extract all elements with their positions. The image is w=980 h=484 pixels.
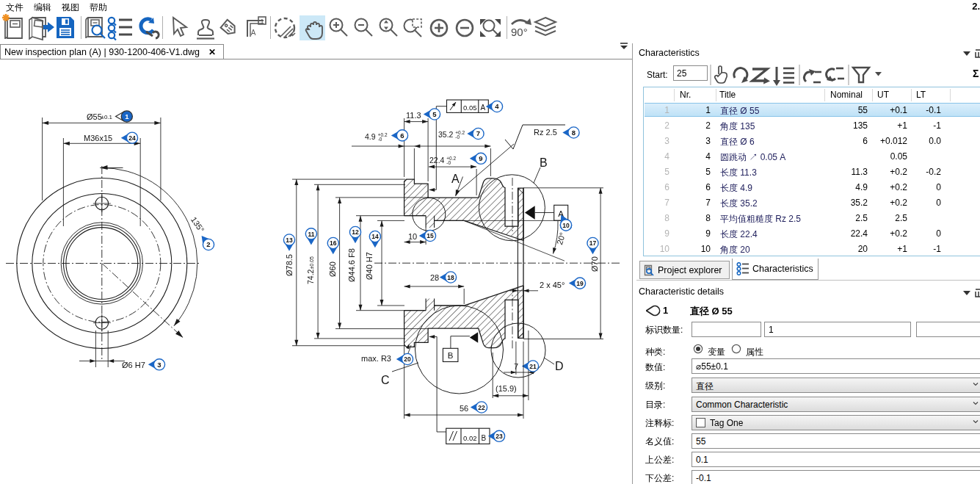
svg-text:21: 21: [529, 363, 537, 370]
svg-text:0.02: 0.02: [463, 434, 477, 442]
svg-text:74.2±0.05: 74.2±0.05: [306, 256, 315, 284]
svg-text:0.05: 0.05: [463, 104, 477, 112]
svg-text:11: 11: [308, 231, 314, 238]
svg-text:28: 28: [430, 273, 439, 282]
svg-text:19: 19: [576, 280, 584, 287]
svg-text:24: 24: [128, 134, 136, 142]
svg-text:35.2: 35.2: [438, 130, 454, 139]
svg-text:14: 14: [371, 233, 379, 240]
svg-text:16: 16: [330, 239, 337, 247]
svg-text:5: 5: [432, 110, 437, 118]
svg-text:±0.1: ±0.1: [101, 114, 113, 120]
svg-text:1: 1: [260, 18, 264, 25]
svg-text:(15.9): (15.9): [496, 384, 517, 393]
svg-text:20: 20: [404, 355, 411, 363]
svg-text:B: B: [448, 351, 454, 360]
svg-text:22: 22: [478, 404, 485, 411]
svg-text:max. R3: max. R3: [361, 354, 391, 363]
svg-text:2: 2: [206, 240, 210, 248]
svg-text:10: 10: [562, 222, 570, 229]
svg-text:-0: -0: [378, 137, 382, 142]
svg-text:56: 56: [460, 404, 468, 413]
svg-text:B: B: [540, 156, 548, 169]
svg-text:C: C: [381, 374, 390, 386]
svg-text:22.4: 22.4: [429, 156, 445, 165]
svg-text:-0: -0: [455, 134, 460, 140]
svg-text:7: 7: [476, 129, 480, 137]
svg-text:Rz 2.5: Rz 2.5: [534, 128, 557, 137]
svg-text:15: 15: [427, 232, 434, 239]
svg-text:1: 1: [125, 112, 129, 120]
svg-text:Ø55: Ø55: [87, 112, 102, 121]
svg-text:90°: 90°: [511, 26, 528, 38]
svg-text:10: 10: [408, 232, 417, 241]
svg-text:A: A: [451, 173, 460, 185]
svg-text:B: B: [482, 434, 487, 442]
svg-text:18: 18: [447, 274, 454, 281]
svg-text:12: 12: [352, 228, 359, 236]
svg-text:A: A: [481, 104, 486, 112]
svg-text:11.3: 11.3: [406, 111, 421, 120]
svg-text:23: 23: [496, 433, 503, 440]
svg-text:Ø40 H7: Ø40 H7: [365, 252, 374, 280]
svg-text:13: 13: [286, 236, 293, 244]
svg-text:Ø6 H7: Ø6 H7: [122, 361, 145, 369]
svg-text:9: 9: [479, 154, 482, 162]
svg-text:Ø70: Ø70: [590, 256, 599, 272]
svg-text:17: 17: [589, 239, 597, 247]
svg-text:2 x 45°: 2 x 45°: [540, 281, 565, 289]
svg-text:D: D: [555, 360, 564, 372]
svg-text:6: 6: [400, 131, 404, 140]
svg-text:M36x15: M36x15: [84, 134, 112, 142]
svg-text:Ø44.6 F8: Ø44.6 F8: [347, 248, 356, 282]
svg-text:7: 7: [514, 362, 518, 371]
svg-text:20°: 20°: [555, 231, 567, 246]
svg-text:Ø78.5: Ø78.5: [285, 254, 294, 276]
svg-text:3: 3: [157, 361, 161, 369]
svg-text:4.9: 4.9: [365, 132, 376, 141]
svg-text:8: 8: [572, 129, 576, 137]
svg-text:-0: -0: [446, 160, 451, 165]
svg-text:Ø60: Ø60: [328, 261, 337, 277]
svg-text:A: A: [251, 29, 256, 37]
svg-text:4: 4: [495, 102, 499, 110]
